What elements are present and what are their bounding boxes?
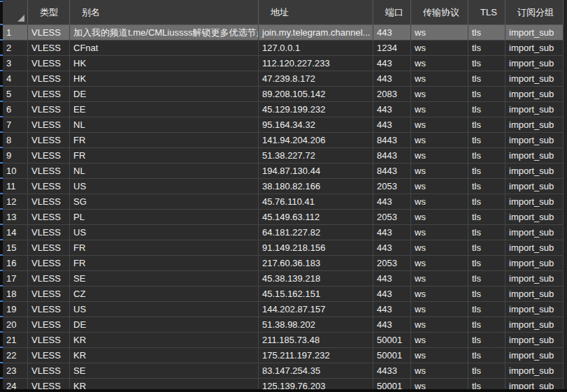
cell-alias: DE (70, 87, 259, 101)
table-row[interactable]: 6 VLESS EE 45.129.199.232 443 ws tls imp… (3, 102, 564, 117)
table-row[interactable]: 22 VLESS KR 175.211.197.232 50001 ws tls… (3, 348, 564, 363)
cell-alias: NL (70, 164, 259, 178)
row-number-cell[interactable]: 10 (3, 164, 28, 178)
row-number-cell[interactable]: 14 (3, 225, 28, 240)
column-header-address[interactable]: 地址 (259, 0, 373, 24)
cell-tls: tls (468, 210, 505, 224)
row-number-cell[interactable]: 9 (3, 148, 28, 163)
column-header-alias[interactable]: 别名 (70, 0, 259, 24)
table-row[interactable]: 23 VLESS SE 83.147.254.35 4433 ws tls im… (3, 363, 564, 379)
row-number-cell[interactable]: 23 (3, 363, 28, 378)
table-row[interactable]: 19 VLESS US 144.202.87.157 443 ws tls im… (3, 302, 564, 317)
cell-port: 8443 (373, 133, 411, 147)
cell-port: 50001 (373, 333, 411, 347)
cell-address: 211.185.73.48 (259, 333, 373, 347)
cell-tls: tls (468, 317, 505, 332)
row-number-cell[interactable]: 1 (3, 25, 28, 40)
cell-type: VLESS (28, 25, 70, 40)
row-number-cell[interactable]: 11 (3, 179, 28, 194)
table-row[interactable]: 18 VLESS CZ 45.15.162.151 443 ws tls imp… (3, 286, 564, 302)
table-row[interactable]: 15 VLESS FR 91.149.218.156 443 ws tls im… (3, 240, 564, 256)
row-number-cell[interactable]: 5 (3, 87, 28, 101)
cell-alias: US (70, 225, 259, 240)
row-number-cell[interactable]: 17 (3, 271, 28, 286)
cell-tls: tls (468, 25, 505, 40)
cell-port: 2053 (373, 210, 411, 224)
row-number-cell[interactable]: 3 (3, 56, 28, 71)
row-number-cell[interactable]: 6 (3, 102, 28, 117)
row-number-cell[interactable]: 15 (3, 240, 28, 255)
table-row[interactable]: 3 VLESS HK 112.120.227.233 443 ws tls im… (3, 56, 564, 71)
cell-tls: tls (468, 117, 505, 132)
cell-address: 89.208.105.142 (259, 87, 373, 101)
cell-network: ws (411, 102, 468, 117)
row-number-cell[interactable]: 7 (3, 117, 28, 132)
proxy-node-table-window: 类型 别名 地址 端口 传输协议 TLS 订阅分组 1 VLESS 加入我的频道… (0, 0, 567, 392)
table-row[interactable]: 2 VLESS CFnat 127.0.0.1 1234 ws tls impo… (3, 41, 564, 56)
table-row[interactable]: 17 VLESS SE 45.38.139.218 443 ws tls imp… (3, 271, 564, 286)
cell-address: join.my.telegram.channel... (259, 25, 373, 40)
row-number-cell[interactable]: 12 (3, 194, 28, 209)
cell-type: VLESS (28, 317, 70, 332)
column-header-network[interactable]: 传输协议 (411, 0, 468, 24)
cell-alias: KR (70, 348, 259, 363)
table-header-row: 类型 别名 地址 端口 传输协议 TLS 订阅分组 (3, 0, 564, 25)
cell-alias: CZ (70, 286, 259, 301)
table-row[interactable]: 21 VLESS KR 211.185.73.48 50001 ws tls i… (3, 333, 564, 348)
row-number-cell[interactable]: 16 (3, 256, 28, 270)
column-header-group[interactable]: 订阅分组 (505, 0, 564, 24)
cell-alias: DE (70, 317, 259, 332)
cell-tls: tls (468, 87, 505, 101)
row-number-cell[interactable]: 20 (3, 317, 28, 332)
table-row[interactable]: 16 VLESS FR 217.60.36.183 2053 ws tls im… (3, 256, 564, 271)
table-row[interactable]: 8 VLESS FR 141.94.204.206 8443 ws tls im… (3, 133, 564, 148)
row-number-cell[interactable]: 21 (3, 333, 28, 347)
row-number-cell[interactable]: 4 (3, 71, 28, 86)
column-header-type[interactable]: 类型 (28, 0, 70, 24)
cell-group: import_sub (505, 41, 564, 55)
select-all-corner[interactable] (3, 0, 28, 24)
cell-address: 51.38.227.72 (259, 148, 373, 163)
cell-tls: tls (468, 363, 505, 378)
table-row[interactable]: 20 VLESS DE 51.38.98.202 443 ws tls impo… (3, 317, 564, 333)
row-number-cell[interactable]: 2 (3, 41, 28, 55)
cell-type: VLESS (28, 256, 70, 270)
table-row[interactable]: 11 VLESS US 38.180.82.166 2053 ws tls im… (3, 179, 564, 194)
row-number-cell[interactable]: 22 (3, 348, 28, 363)
row-number-cell[interactable]: 8 (3, 133, 28, 147)
cell-alias: HK (70, 56, 259, 71)
cell-type: VLESS (28, 148, 70, 163)
window-bottom-edge (0, 389, 567, 392)
table-row[interactable]: 9 VLESS FR 51.38.227.72 8443 ws tls impo… (3, 148, 564, 164)
column-header-port[interactable]: 端口 (373, 0, 411, 24)
table-row[interactable]: 12 VLESS SG 45.76.110.41 443 ws tls impo… (3, 194, 564, 210)
table-row[interactable]: 13 VLESS PL 45.149.63.112 2053 ws tls im… (3, 210, 564, 225)
cell-alias: 加入我的频道t.me/CMLiussss解锁更多优选节点 (70, 25, 259, 40)
cell-network: ws (411, 225, 468, 240)
table-row[interactable]: 7 VLESS NL 95.164.34.32 443 ws tls impor… (3, 117, 564, 133)
cell-address: 64.181.227.82 (259, 225, 373, 240)
row-number-cell[interactable]: 18 (3, 286, 28, 301)
cell-port: 443 (373, 71, 411, 86)
cell-type: VLESS (28, 348, 70, 363)
cell-group: import_sub (505, 317, 564, 332)
cell-address: 95.164.34.32 (259, 117, 373, 132)
cell-type: VLESS (28, 286, 70, 301)
cell-port: 443 (373, 317, 411, 332)
cell-type: VLESS (28, 133, 70, 147)
row-number-cell[interactable]: 19 (3, 302, 28, 317)
table-row[interactable]: 14 VLESS US 64.181.227.82 443 ws tls imp… (3, 225, 564, 240)
cell-alias: CFnat (70, 41, 259, 55)
row-number-cell[interactable]: 13 (3, 210, 28, 224)
table-row[interactable]: 5 VLESS DE 89.208.105.142 2083 ws tls im… (3, 87, 564, 102)
cell-type: VLESS (28, 117, 70, 132)
cell-tls: tls (468, 71, 505, 86)
cell-type: VLESS (28, 363, 70, 378)
table-row[interactable]: 4 VLESS HK 47.239.8.172 443 ws tls impor… (3, 71, 564, 87)
column-header-tls[interactable]: TLS (468, 0, 505, 24)
cell-network: ws (411, 133, 468, 147)
cell-group: import_sub (505, 133, 564, 147)
table-row[interactable]: 10 VLESS NL 194.87.130.44 8443 ws tls im… (3, 164, 564, 179)
cell-port: 8443 (373, 164, 411, 178)
table-row[interactable]: 1 VLESS 加入我的频道t.me/CMLiussss解锁更多优选节点 joi… (3, 25, 564, 41)
